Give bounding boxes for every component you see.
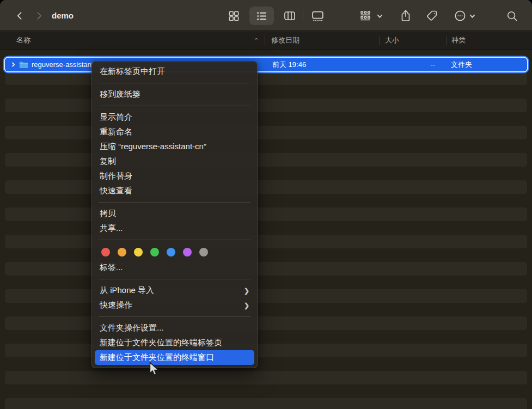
tag-dot-green[interactable] — [150, 248, 159, 257]
share-button[interactable] — [399, 9, 413, 23]
menu-item-label: 压缩 “reguverse-assistant-cn” — [100, 142, 206, 152]
icon-view-button[interactable] — [227, 9, 241, 23]
search-icon — [506, 10, 518, 22]
group-button[interactable] — [358, 9, 372, 23]
column-separator[interactable] — [446, 36, 447, 45]
row-stripe — [5, 289, 527, 303]
back-button[interactable] — [13, 9, 27, 23]
menu-item-label: 重新命名 — [100, 127, 132, 137]
table-row[interactable]: reguverse-assistant-cn 前天 19:46 -- 文件夹 — [5, 58, 527, 71]
finder-window: demo — [0, 0, 532, 409]
file-list: reguverse-assistant-cn 前天 19:46 -- 文件夹 — [0, 50, 532, 409]
menu-item-20[interactable]: 文件夹操作设置... — [92, 321, 257, 335]
menu-item-label: 移到废纸篓 — [100, 89, 140, 100]
menu-item-17[interactable]: 从 iPhone 导入❯ — [92, 283, 257, 298]
menu-item-label: 制作替身 — [100, 171, 132, 181]
column-separator[interactable] — [379, 36, 380, 45]
submenu-arrow-icon: ❯ — [244, 287, 249, 295]
window-title: demo — [52, 0, 74, 31]
menu-item-6[interactable]: 压缩 “reguverse-assistant-cn” — [92, 139, 257, 154]
file-date-modified: 前天 19:46 — [272, 58, 306, 71]
tag-dot-orange[interactable] — [118, 248, 126, 257]
row-stripe — [5, 371, 527, 384]
row-stripe — [5, 235, 527, 248]
row-stripe — [5, 398, 527, 409]
gallery-view-button[interactable] — [310, 9, 325, 23]
share-icon — [399, 9, 412, 22]
more-icon — [454, 9, 467, 22]
row-stripe — [5, 316, 527, 330]
icon-view-icon — [228, 10, 240, 22]
list-view-button[interactable] — [249, 7, 274, 25]
row-stripe — [5, 126, 527, 139]
menu-item-label: 在新标签页中打开 — [100, 66, 165, 77]
tag-dot-blue[interactable] — [167, 248, 175, 257]
menu-item-18[interactable]: 快速操作❯ — [92, 298, 257, 313]
column-view-button[interactable] — [283, 9, 297, 23]
menu-item-12[interactable]: 共享... — [92, 221, 257, 236]
menu-divider — [99, 83, 250, 83]
menu-item-label: 新建位于文件夹位置的终端标签页 — [100, 338, 222, 348]
menu-item-label: 共享... — [100, 223, 123, 234]
menu-item-4[interactable]: 显示简介 — [92, 110, 257, 125]
column-header-size[interactable]: 大小 — [385, 32, 399, 49]
row-stripe — [5, 344, 527, 357]
row-stripe — [5, 262, 527, 276]
mouse-cursor — [147, 362, 161, 379]
row-stripe — [5, 71, 527, 85]
more-button[interactable] — [453, 9, 467, 23]
column-separator[interactable] — [265, 36, 265, 45]
more-chevron-down-icon[interactable] — [469, 9, 475, 23]
menu-divider — [99, 240, 250, 240]
toolbar-divider — [303, 10, 303, 21]
menu-item-2[interactable]: 移到废纸篓 — [92, 87, 257, 102]
forward-icon — [33, 10, 44, 21]
menu-item-label: 快速操作 — [100, 300, 132, 310]
menu-item-5[interactable]: 重新命名 — [92, 125, 257, 139]
menu-item-0[interactable]: 在新标签页中打开 — [92, 64, 257, 79]
gallery-view-icon — [311, 9, 325, 23]
file-kind: 文件夹 — [451, 58, 472, 71]
list-header: 名称 ⌃ 修改日期 大小 种类 — [0, 32, 532, 50]
row-stripe — [5, 180, 527, 194]
group-chevron-down-icon[interactable] — [376, 9, 383, 23]
group-icon — [359, 9, 372, 22]
row-stripe — [5, 99, 527, 112]
menu-divider — [99, 202, 250, 203]
menu-item-8[interactable]: 制作替身 — [92, 169, 257, 184]
row-stripe — [5, 153, 527, 167]
menu-item-label: 标签... — [100, 263, 123, 273]
column-header-name[interactable]: 名称 — [16, 32, 30, 49]
context-menu: 在新标签页中打开移到废纸篓显示简介重新命名压缩 “reguverse-assis… — [91, 61, 258, 368]
search-button[interactable] — [505, 9, 519, 23]
file-size: -- — [364, 58, 435, 71]
toolbar: demo — [0, 0, 532, 31]
column-header-kind[interactable]: 种类 — [451, 32, 466, 49]
sort-ascending-icon: ⌃ — [254, 32, 259, 49]
tag-button[interactable] — [425, 9, 439, 23]
tag-dot-purple[interactable] — [183, 248, 192, 257]
column-header-date[interactable]: 修改日期 — [271, 32, 299, 49]
menu-item-22[interactable]: 新建位于文件夹位置的终端窗口 — [95, 350, 254, 365]
menu-item-label: 文件夹操作设置... — [100, 323, 164, 333]
forward-button[interactable] — [32, 9, 46, 23]
tag-dot-gray[interactable] — [199, 248, 208, 257]
disclosure-chevron-icon[interactable] — [11, 62, 16, 67]
menu-item-15[interactable]: 标签... — [92, 260, 257, 275]
column-view-icon — [283, 9, 296, 22]
menu-item-9[interactable]: 快速查看 — [92, 184, 257, 198]
menu-item-label: 显示简介 — [100, 112, 132, 123]
menu-item-21[interactable]: 新建位于文件夹位置的终端标签页 — [92, 335, 257, 350]
menu-item-label: 拷贝 — [100, 209, 116, 219]
menu-item-label: 复制 — [100, 156, 116, 167]
back-icon — [15, 10, 26, 21]
row-stripe — [5, 207, 527, 221]
menu-item-label: 快速查看 — [100, 186, 132, 196]
menu-item-7[interactable]: 复制 — [92, 154, 257, 169]
menu-divider — [99, 106, 250, 106]
tag-dot-red[interactable] — [101, 248, 110, 257]
menu-item-label: 从 iPhone 导入 — [100, 285, 154, 296]
tag-dot-yellow[interactable] — [134, 248, 143, 257]
menu-divider — [99, 316, 250, 317]
menu-item-11[interactable]: 拷贝 — [92, 206, 257, 221]
